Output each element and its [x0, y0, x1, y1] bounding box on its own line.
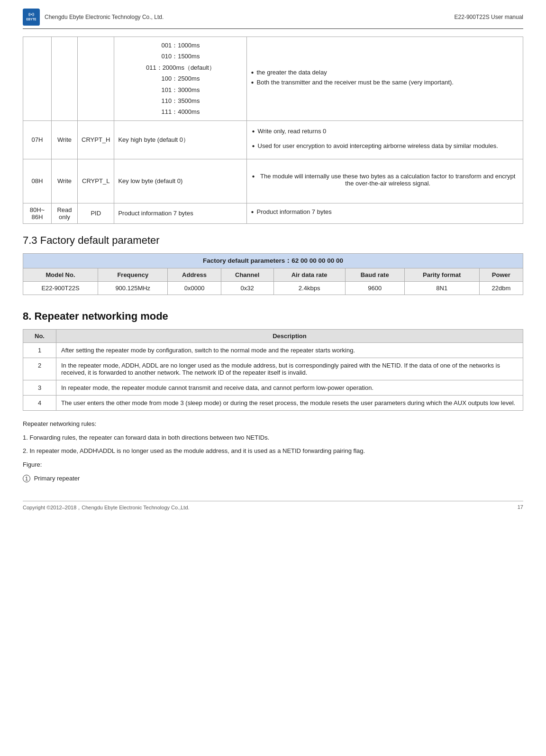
factory-main-header: Factory default parameters：62 00 00 00 0…	[23, 253, 523, 268]
desc-cell: 001：1000ms 010：1500ms 011：2000ms（default…	[114, 37, 247, 121]
desc-cell: Key high byte (default 0）	[114, 120, 247, 159]
repeater-no: 1	[23, 342, 56, 358]
val-airdata: 2.4kbps	[273, 281, 345, 295]
svg-text:EBYTE: EBYTE	[27, 18, 36, 21]
val-model: E22-900T22S	[23, 281, 98, 295]
figure-item-label: Primary repeater	[34, 475, 80, 482]
timing-values: 001：1000ms 010：1500ms 011：2000ms（default…	[118, 40, 243, 118]
svg-rect-0	[23, 9, 40, 26]
repeater-row-3: 3 In repeater mode, the repeater module …	[23, 380, 523, 395]
addr-cell: 08H	[23, 159, 52, 203]
val-parity: 8N1	[404, 281, 479, 295]
table-row: 001：1000ms 010：1500ms 011：2000ms（default…	[23, 37, 523, 121]
page-number: 17	[518, 504, 523, 511]
company-name: Chengdu Ebyte Electronic Technology Co.,…	[45, 14, 164, 20]
table-row: 80H~86H Readonly PID Product information…	[23, 203, 523, 223]
addr-cell: 80H~86H	[23, 203, 52, 223]
bullet-item: Used for user encryption to avoid interc…	[252, 142, 518, 149]
repeater-desc: After setting the repeater mode by confi…	[56, 342, 523, 358]
factory-data-row: E22-900T22S 900.125MHz 0x0000 0x32 2.4kb…	[23, 281, 523, 295]
page-header: ((●)) EBYTE Chengdu Ebyte Electronic Tec…	[23, 9, 523, 29]
repeater-no: 2	[23, 358, 56, 380]
bullet-item: Write only, read returns 0	[252, 128, 518, 135]
manual-title: E22-900T22S User manual	[455, 14, 523, 20]
table-row: 08H Write CRYPT_L Key low byte (default …	[23, 159, 523, 203]
bullet-item: Product information 7 bytes	[251, 208, 519, 215]
rule2: 2. In repeater mode, ADDH\ADDL is no lon…	[23, 446, 523, 456]
repeater-desc: In repeater mode, the repeater module ca…	[56, 380, 523, 395]
repeater-header-row: No. Description	[23, 329, 523, 342]
rules-heading: Repeater networking rules:	[23, 419, 523, 429]
repeater-row-2: 2 In the repeater mode, ADDH, ADDL are n…	[23, 358, 523, 380]
factory-table: Factory default parameters：62 00 00 00 0…	[23, 253, 523, 295]
header-left: ((●)) EBYTE Chengdu Ebyte Electronic Tec…	[23, 9, 164, 26]
repeater-no: 3	[23, 380, 56, 395]
bullet-item: The module will internally use these two…	[252, 173, 518, 187]
val-freq: 900.125MHz	[98, 281, 168, 295]
name-cell: PID	[78, 203, 114, 223]
desc-cell: Product information 7 bytes	[114, 203, 247, 223]
col-desc: Description	[56, 329, 523, 342]
repeater-desc: The user enters the other mode from mode…	[56, 395, 523, 410]
name-cell: CRYPT_H	[78, 120, 114, 159]
val-channel: 0x32	[221, 281, 273, 295]
rw-cell: Readonly	[52, 203, 78, 223]
page: ((●)) EBYTE Chengdu Ebyte Electronic Tec…	[0, 0, 546, 530]
repeater-table: No. Description 1 After setting the repe…	[23, 329, 523, 411]
rw-cell: Write	[52, 120, 78, 159]
repeater-row-4: 4 The user enters the other mode from mo…	[23, 395, 523, 410]
bullet-item: Both the transmitter and the receiver mu…	[251, 79, 519, 86]
factory-col-header-row: Model No. Frequency Address Channel Air …	[23, 268, 523, 281]
col-addr: Address	[168, 268, 221, 281]
val-power: 22dbm	[479, 281, 523, 295]
circle-number: 1	[23, 475, 30, 482]
name-cell	[78, 37, 114, 121]
desc-cell: Key low byte (default 0)	[114, 159, 247, 203]
name-cell: CRYPT_L	[78, 159, 114, 203]
rw-cell: Write	[52, 159, 78, 203]
factory-section-heading: 7.3 Factory default parameter	[23, 234, 523, 247]
col-power: Power	[479, 268, 523, 281]
col-no: No.	[23, 329, 56, 342]
col-parity: Parity format	[404, 268, 479, 281]
factory-header-row: Factory default parameters：62 00 00 00 0…	[23, 253, 523, 268]
rule1: 1. Forwarding rules, the repeater can fo…	[23, 433, 523, 443]
col-baud: Baud rate	[345, 268, 404, 281]
repeater-section-heading: 8. Repeater networking mode	[23, 310, 523, 323]
bullet-item: the greater the data delay	[251, 69, 519, 76]
col-channel: Channel	[221, 268, 273, 281]
notes-cell: The module will internally use these two…	[247, 159, 523, 203]
col-model: Model No.	[23, 268, 98, 281]
addr-cell	[23, 37, 52, 121]
register-table: 001：1000ms 010：1500ms 011：2000ms（default…	[23, 37, 523, 224]
addr-cell: 07H	[23, 120, 52, 159]
notes-cell: Write only, read returns 0 Used for user…	[247, 120, 523, 159]
col-freq: Frequency	[98, 268, 168, 281]
repeater-no: 4	[23, 395, 56, 410]
page-footer: Copyright ©2012–2018，Chengdu Ebyte Elect…	[23, 501, 523, 511]
figure-label: Figure:	[23, 460, 523, 470]
figure-item: 1 Primary repeater	[23, 474, 523, 484]
rw-cell	[52, 37, 78, 121]
notes-cell: the greater the data delay Both the tran…	[247, 37, 523, 121]
notes-cell: Product information 7 bytes	[247, 203, 523, 223]
copyright: Copyright ©2012–2018，Chengdu Ebyte Elect…	[23, 504, 190, 511]
table-row: 07H Write CRYPT_H Key high byte (default…	[23, 120, 523, 159]
repeater-desc: In the repeater mode, ADDH, ADDL are no …	[56, 358, 523, 380]
svg-text:((●)): ((●))	[28, 12, 34, 16]
ebyte-logo: ((●)) EBYTE	[23, 9, 40, 26]
col-airdata: Air data rate	[273, 268, 345, 281]
val-baud: 9600	[345, 281, 404, 295]
repeater-row-1: 1 After setting the repeater mode by con…	[23, 342, 523, 358]
val-addr: 0x0000	[168, 281, 221, 295]
